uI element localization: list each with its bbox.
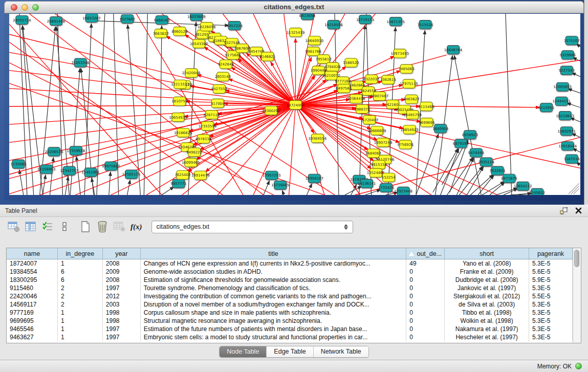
tab-network-table[interactable]: Network Table	[314, 346, 368, 357]
graph-node[interactable]: 8215955	[538, 103, 554, 112]
tab-edge-table[interactable]: Edge Table	[267, 346, 313, 357]
graph-node[interactable]: 1810753	[171, 97, 187, 105]
column-header-title[interactable]: title	[141, 248, 407, 259]
graph-node[interactable]: 20206536	[45, 147, 63, 156]
graph-node[interactable]: 9699695	[419, 118, 434, 127]
graph-node[interactable]: 9466160	[154, 16, 170, 25]
table-row[interactable]: 1872400712008Changes of HCN gene express…	[7, 259, 573, 268]
graph-node[interactable]: 10654935	[169, 113, 187, 122]
graph-node[interactable]: 9961766	[306, 47, 321, 56]
graph-node[interactable]: 19654923	[400, 125, 418, 134]
column-header-out_de[interactable]: out_de...	[406, 248, 445, 259]
table-mode-button[interactable]	[7, 220, 20, 233]
window-titlebar[interactable]: citations_edges.txt	[4, 1, 584, 13]
graph-node[interactable]: 2935114	[478, 158, 494, 166]
graph-node[interactable]: 6794028	[325, 62, 341, 71]
table-selector-dropdown[interactable]: citations_edges.txt	[151, 221, 353, 233]
graph-node[interactable]: 6879197	[453, 139, 469, 148]
graph-node[interactable]: 14671355	[387, 17, 405, 26]
table-row[interactable]: 911546021997Tourette syndrome. Phenomeno…	[7, 284, 573, 292]
graph-node[interactable]: 19218596	[324, 20, 342, 29]
graph-node[interactable]: 16210643	[556, 112, 574, 120]
graph-node[interactable]: 8978334	[195, 135, 211, 143]
delete-table-button[interactable]	[113, 220, 126, 233]
graph-node[interactable]: 9242848	[218, 60, 234, 69]
graph-node[interactable]: 9146821	[259, 52, 275, 61]
table-row[interactable]: 1456911722003Disruption of a novel membe…	[7, 300, 573, 309]
graph-node[interactable]: 1527602	[119, 15, 135, 24]
graph-node[interactable]: 1588520	[343, 58, 359, 67]
graph-node[interactable]: 1575107	[564, 36, 580, 45]
graph-node[interactable]: 7663822	[153, 29, 169, 38]
graph-node[interactable]: 7485063	[399, 64, 415, 73]
graph-node[interactable]: 9756928	[398, 140, 413, 149]
column-header-short[interactable]: short	[445, 248, 529, 259]
graph-node[interactable]: 17975115	[400, 79, 418, 88]
graph-node[interactable]: 8938923	[462, 130, 478, 139]
graph-node[interactable]: 9474444	[468, 148, 484, 157]
graph-node[interactable]: 12505135	[122, 170, 140, 179]
graph-node[interactable]: 21053346	[71, 58, 89, 67]
float-panel-icon[interactable]	[559, 207, 569, 215]
graph-node[interactable]: 8471676	[501, 174, 517, 183]
graph-node[interactable]: 16543382	[190, 39, 208, 48]
graph-node[interactable]: 16648784	[444, 46, 463, 54]
network-graph[interactable]: 2405572420891406106532871527602946616016…	[9, 14, 580, 195]
tab-node-table[interactable]: Node Table	[220, 346, 267, 357]
graph-node[interactable]: 99975887	[102, 162, 120, 170]
graph-node[interactable]: 16033809	[187, 14, 205, 21]
graph-node[interactable]: 11451901	[81, 168, 99, 177]
table-row[interactable]: 1938455462009Genome-wide association stu…	[7, 268, 573, 276]
graph-node[interactable]: 1167534	[564, 155, 580, 163]
delete-columns-button[interactable]	[96, 220, 109, 233]
graph-node[interactable]: 7986372	[354, 105, 370, 114]
graph-node[interactable]: 417004	[211, 99, 225, 107]
graph-node[interactable]: 16958107	[306, 174, 323, 183]
graph-node[interactable]: 12093853	[554, 82, 572, 91]
graph-node[interactable]: 19384554	[309, 134, 327, 143]
graph-node[interactable]: 11325419	[287, 28, 304, 37]
graph-node[interactable]: 8267110	[204, 111, 220, 119]
graph-node[interactable]: 12353594	[199, 122, 217, 130]
graph-node[interactable]: 9463627	[404, 95, 420, 103]
graph-node[interactable]: 12342757	[60, 166, 78, 175]
graph-node[interactable]: 7632621	[490, 166, 506, 175]
column-header-in_degree[interactable]: in_degree	[58, 248, 103, 259]
graph-node[interactable]: 1733426	[378, 183, 394, 192]
table-row[interactable]: 977716911998Corpus callosum shape and si…	[7, 309, 573, 317]
graph-node[interactable]: 8960128	[171, 27, 187, 36]
graph-node[interactable]: 1135061	[10, 160, 26, 168]
graph-node[interactable]: 24055724	[13, 16, 31, 25]
graph-node[interactable]: 9329966	[560, 51, 576, 59]
graph-node[interactable]: 10719155	[356, 15, 374, 24]
table-row[interactable]: 969969511998Structural magnetic resonanc…	[7, 317, 573, 325]
graph-node[interactable]: 9115460	[418, 102, 434, 111]
column-header-name[interactable]: name	[7, 248, 58, 259]
table-row[interactable]: 2242004622012Investigating the contribut…	[7, 292, 573, 300]
graph-node[interactable]: 7515526	[417, 20, 433, 29]
graph-node[interactable]: 1640954	[432, 124, 448, 133]
table-scrollbar[interactable]	[573, 248, 581, 343]
graph-node[interactable]: 8427552	[211, 84, 227, 93]
graph-node[interactable]: 9227343	[559, 66, 575, 75]
table-row[interactable]: 946554611997Estimation of the future num…	[7, 325, 573, 333]
graph-node[interactable]: 2867608	[234, 44, 250, 53]
graph-node[interactable]: 9857771	[170, 179, 186, 188]
graph-node[interactable]: 152254	[382, 173, 396, 182]
select-columns-button[interactable]	[24, 220, 37, 233]
graph-node[interactable]: 22420046	[182, 69, 200, 77]
table-row[interactable]: 1830029562008Estimation of significance …	[7, 276, 573, 284]
graph-node[interactable]: 9245652	[529, 188, 545, 195]
graph-node[interactable]: 1362615	[380, 75, 396, 84]
graph-node[interactable]: 2803144	[215, 72, 231, 81]
graph-node[interactable]: 16914479	[191, 171, 209, 180]
graph-node[interactable]: 10688609	[368, 126, 386, 135]
graph-node[interactable]: 7857224	[227, 21, 243, 30]
table-row[interactable]: 946362711997Embryonic stem cells: a mode…	[7, 333, 573, 341]
network-canvas[interactable]: 2405572420891406106532871527602946616016…	[9, 14, 580, 195]
column-header-year[interactable]: year	[103, 248, 141, 259]
graph-node[interactable]: 7625402	[175, 170, 190, 179]
column-header-pagerank[interactable]: pagerank	[529, 248, 573, 259]
column-chooser-button[interactable]	[41, 220, 54, 233]
graph-node[interactable]: 20891406	[47, 17, 65, 26]
